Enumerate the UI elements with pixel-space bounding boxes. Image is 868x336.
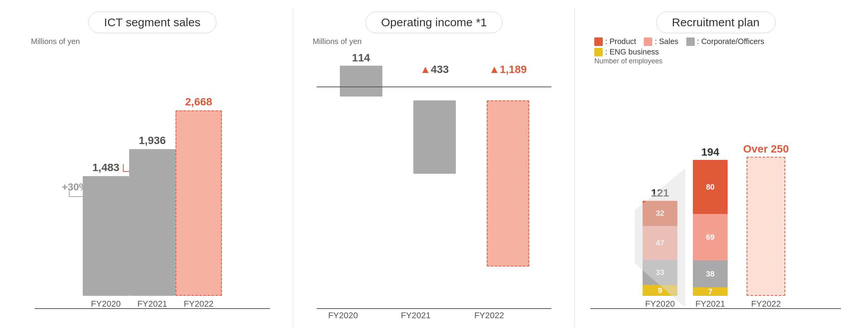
eng-label: : ENG business bbox=[605, 48, 659, 56]
ict-label-2022: FY2022 bbox=[184, 299, 213, 309]
ict-bar-fy2020: 1,483 FY2020 bbox=[83, 161, 129, 309]
svg-marker-0 bbox=[635, 168, 685, 307]
recruit-bar-2021: 194 80 69 38 7 FY2021 bbox=[693, 146, 728, 309]
oi-title: Operating income *1 bbox=[365, 12, 503, 33]
oi-unit: Millions of yen bbox=[313, 37, 362, 46]
main-container: ICT segment sales Millions of yen +30% +… bbox=[0, 0, 868, 336]
oi-zero-axis bbox=[317, 87, 552, 87]
ict-section: ICT segment sales Millions of yen +30% +… bbox=[12, 8, 293, 328]
ict-val-2022: 2,668 bbox=[185, 96, 212, 108]
oi-spacer-2021 bbox=[413, 77, 456, 100]
ict-val-2021: 1,936 bbox=[139, 134, 166, 147]
sales-swatch bbox=[644, 37, 652, 46]
ict-bar-2021 bbox=[129, 149, 176, 296]
oi-x-2022: FY2022 bbox=[474, 311, 504, 321]
ict-bar-fy2021: 1,936 FY2021 bbox=[129, 134, 176, 309]
recruit-section: Recruitment plan : Product : Sales : Cor… bbox=[575, 8, 856, 328]
stacked-2021: 80 69 38 7 bbox=[693, 160, 728, 296]
oi-x-axis bbox=[317, 308, 552, 309]
oi-val-2021: ▲433 bbox=[420, 63, 448, 76]
recruit-xlabel-2022: FY2022 bbox=[751, 299, 781, 309]
recruit-bar-2022: Over 250 FY2022 bbox=[743, 143, 789, 309]
oi-group-2021: ▲433 bbox=[413, 63, 456, 174]
legend-product: : Product bbox=[594, 37, 636, 46]
ict-label-2020: FY2020 bbox=[91, 299, 121, 309]
product-swatch bbox=[594, 37, 603, 46]
recruit-chart-area: 121 32 47 33 9 FY2020 bbox=[590, 68, 841, 324]
oi-group-2020: 114 bbox=[340, 52, 382, 97]
oi-spacer-2022 bbox=[487, 77, 529, 100]
ict-title: ICT segment sales bbox=[88, 12, 217, 33]
ict-label-2021: FY2021 bbox=[137, 299, 167, 309]
corp-label: : Corporate/Officers bbox=[697, 37, 764, 46]
oi-val-2020: 114 bbox=[352, 52, 370, 64]
legend-sales: : Sales bbox=[644, 37, 678, 46]
oi-group-2022: ▲1,189 bbox=[487, 63, 529, 266]
oi-x-2020: FY2020 bbox=[328, 311, 358, 321]
stacked-2022-dashed bbox=[747, 157, 785, 296]
ict-chart-area: +30% +38% 1,483 FY2020 1,936 bbox=[27, 48, 278, 324]
sales-label: : Sales bbox=[655, 37, 678, 46]
recruit-title: Recruitment plan bbox=[656, 12, 776, 33]
growth-trapezoid bbox=[635, 168, 685, 309]
seg-eng-2021: 7 bbox=[693, 287, 728, 296]
oi-section: Operating income *1 Millions of yen 114 … bbox=[293, 8, 575, 328]
legend-corp: : Corporate/Officers bbox=[686, 37, 764, 46]
seg-sales-2021: 69 bbox=[693, 214, 728, 260]
recruit-total-2021: 194 bbox=[701, 146, 720, 158]
seg-corp-2021: 38 bbox=[693, 260, 728, 287]
recruit-x-axis bbox=[590, 308, 841, 309]
ict-unit: Millions of yen bbox=[31, 37, 80, 46]
ict-bar-2022 bbox=[176, 110, 222, 296]
oi-bar-2021-below bbox=[413, 100, 456, 174]
oi-bar-2022-below bbox=[487, 100, 529, 266]
legend-eng-row: : ENG business bbox=[594, 48, 659, 56]
legend-eng: : ENG business bbox=[594, 48, 659, 56]
product-label: : Product bbox=[605, 37, 636, 46]
recruit-unit: Number of employees bbox=[594, 57, 662, 65]
ict-bar-fy2022: 2,668 FY2022 bbox=[176, 96, 222, 309]
corp-swatch bbox=[686, 37, 695, 46]
oi-x-2021: FY2021 bbox=[401, 311, 431, 321]
seg-product-2021: 80 bbox=[693, 160, 728, 214]
ict-val-2020: 1,483 bbox=[92, 161, 119, 174]
ict-x-axis bbox=[35, 308, 270, 309]
bracket-left-gray bbox=[69, 189, 70, 197]
recruit-total-2022: Over 250 bbox=[743, 143, 789, 155]
oi-bar-2020 bbox=[340, 66, 382, 97]
oi-val-2022: ▲1,189 bbox=[489, 63, 527, 76]
recruit-legend: : Product : Sales : Corporate/Officers bbox=[594, 37, 764, 46]
eng-swatch bbox=[594, 48, 603, 56]
recruit-xlabel-2021: FY2021 bbox=[695, 299, 725, 309]
ict-bar-2020 bbox=[83, 176, 129, 296]
oi-chart-area: 114 ▲433 ▲1,189 FY2020 FY2021 bbox=[309, 48, 559, 324]
